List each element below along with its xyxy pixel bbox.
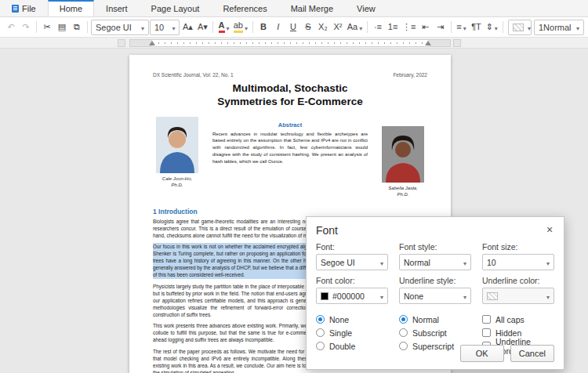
- cancel-button[interactable]: Cancel: [510, 345, 554, 362]
- strikethrough-icon: S: [305, 23, 310, 31]
- dialog-font-size-select[interactable]: 10: [482, 254, 554, 270]
- border-select[interactable]: [508, 20, 532, 35]
- radio-script-subscript-label: Subscript: [412, 328, 447, 338]
- underline-color-swatch-icon: [487, 292, 498, 300]
- chevron-down-icon: [245, 23, 248, 32]
- radio-icon: [399, 328, 408, 337]
- author-left-caption: Cale Joon-Ho, Ph.D.: [153, 176, 201, 189]
- copy-button[interactable]: ⧉: [70, 20, 84, 35]
- checkbox-icon: [482, 315, 491, 324]
- subscript-button[interactable]: X₂: [316, 20, 330, 35]
- tab-selector-box[interactable]: [118, 39, 125, 47]
- dialog-font-select[interactable]: Segoe UI: [316, 254, 388, 270]
- radio-script-subscript[interactable]: Subscript: [399, 326, 471, 339]
- multilevel-list-button[interactable]: ⋮≡: [401, 20, 417, 35]
- redo-button[interactable]: ↷: [19, 20, 33, 35]
- paste-icon: ▤: [58, 23, 66, 31]
- ok-button[interactable]: OK: [460, 345, 504, 362]
- tab-view-label: View: [357, 4, 376, 13]
- tab-references[interactable]: References: [211, 0, 278, 16]
- strikethrough-button[interactable]: S: [301, 20, 315, 35]
- document-title[interactable]: Multimodal, Stochastic Symmetries for E-…: [153, 82, 427, 109]
- superscript-button[interactable]: X²: [331, 20, 345, 35]
- grow-font-button[interactable]: A▴: [180, 20, 194, 35]
- abstract-text[interactable]: Recent advances in modular technology an…: [212, 131, 368, 165]
- cut-button[interactable]: ✂: [40, 20, 54, 35]
- font-color-label: Font color:: [316, 276, 388, 285]
- increase-indent-icon: ⇥: [437, 23, 444, 31]
- abstract-heading: Abstract: [212, 121, 368, 129]
- tab-file[interactable]: File: [0, 0, 48, 16]
- shrink-font-button[interactable]: A▾: [195, 20, 209, 35]
- font-color-field: Font color: #000000: [316, 276, 388, 304]
- indent-marker-left[interactable]: [149, 41, 155, 45]
- line-spacing-button[interactable]: ⇕: [485, 20, 499, 35]
- font-size-field: Font size: 10: [482, 242, 554, 270]
- increase-indent-button[interactable]: ⇥: [434, 20, 448, 35]
- font-size-label: Font size:: [482, 242, 554, 252]
- tab-home-label: Home: [60, 4, 82, 13]
- tab-insert-label: Insert: [106, 4, 128, 13]
- indent-marker-right[interactable]: [425, 41, 431, 45]
- radio-underline-double[interactable]: Double: [316, 339, 388, 353]
- bold-button[interactable]: B: [256, 20, 270, 35]
- checkbox-all-caps-label: All caps: [495, 315, 524, 324]
- toolbar-separator: [87, 21, 88, 33]
- radio-script-normal[interactable]: Normal: [399, 313, 471, 326]
- dialog-underline-color-select[interactable]: [482, 288, 554, 304]
- ruler[interactable]: [0, 38, 588, 49]
- title-line-1: Multimodal, Stochastic: [153, 82, 427, 96]
- horizontal-ruler[interactable]: [129, 39, 451, 47]
- italic-button[interactable]: I: [271, 20, 285, 35]
- dialog-font-style-select[interactable]: Normal: [399, 254, 471, 270]
- journal-title: DX Scientific Journal, Vol: 22, No. 1: [153, 72, 234, 78]
- change-case-button[interactable]: Aa: [346, 20, 364, 35]
- underline-button[interactable]: U: [286, 20, 300, 35]
- author-left-name: Cale Joon-Ho,: [153, 176, 201, 182]
- byline-section: Cale Joon-Ho, Ph.D. Abstract Recent adva…: [153, 117, 427, 198]
- paragraph-style-select[interactable]: 1Normal: [534, 20, 584, 35]
- paste-button[interactable]: ▤: [55, 20, 69, 35]
- paragraph-settings-button[interactable]: ¶T: [470, 20, 484, 35]
- tab-selector-box[interactable]: [453, 39, 461, 47]
- underline-options-group: None Single Double: [316, 313, 388, 353]
- dialog-underline-style-select[interactable]: None: [399, 288, 471, 304]
- font-name-select[interactable]: Segoe UI: [91, 20, 149, 35]
- author-photo-right: [382, 126, 424, 183]
- toolbar-separator: [252, 21, 253, 33]
- alignment-button[interactable]: ≡: [455, 20, 469, 35]
- radio-icon: [399, 342, 408, 350]
- bullet-list-icon: ∙≡: [374, 23, 381, 31]
- dialog-close-button[interactable]: [543, 223, 557, 237]
- tab-page-layout[interactable]: Page Layout: [140, 0, 212, 16]
- checkbox-all-caps[interactable]: All caps: [482, 313, 554, 326]
- radio-underline-none[interactable]: None: [316, 313, 388, 326]
- tab-insert[interactable]: Insert: [94, 0, 140, 16]
- copy-icon: ⧉: [74, 23, 80, 31]
- font-style-field: Font style: Normal: [399, 242, 471, 270]
- tab-mail-merge[interactable]: Mail Merge: [279, 0, 345, 16]
- decrease-indent-button[interactable]: ⇤: [419, 20, 433, 35]
- ruler-right-margin: [428, 40, 450, 46]
- tab-view[interactable]: View: [345, 0, 387, 16]
- section-heading[interactable]: 1 Introduction: [153, 208, 427, 215]
- font-size-select[interactable]: 10: [150, 20, 180, 35]
- dialog-font-color-select[interactable]: #000000: [316, 288, 388, 304]
- grow-font-icon: A▴: [183, 23, 193, 31]
- bullet-list-button[interactable]: ∙≡: [371, 20, 385, 35]
- toolbar-separator: [367, 21, 368, 33]
- issue-date: February, 2022: [393, 72, 427, 78]
- radio-underline-single[interactable]: Single: [316, 326, 388, 339]
- font-name-value: Segoe UI: [96, 23, 132, 32]
- superscript-icon: X²: [333, 23, 342, 31]
- undo-button[interactable]: ↶: [4, 20, 18, 35]
- radio-script-normal-label: Normal: [412, 315, 439, 324]
- font-field-label: Font:: [316, 242, 388, 252]
- tab-mail-merge-label: Mail Merge: [291, 4, 333, 13]
- numbered-list-button[interactable]: 1≡: [386, 20, 400, 35]
- highlight-button[interactable]: ab: [232, 20, 249, 35]
- chevron-down-icon: [546, 292, 550, 301]
- underline-color-field: Underline color:: [482, 276, 554, 304]
- tab-home[interactable]: Home: [48, 0, 94, 16]
- font-color-button[interactable]: A: [216, 20, 230, 35]
